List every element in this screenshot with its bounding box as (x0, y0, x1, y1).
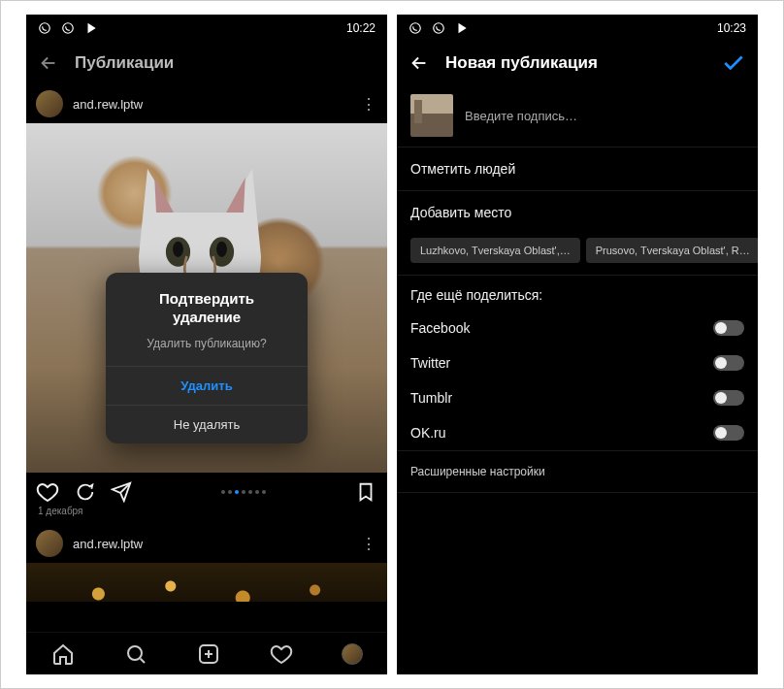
like-icon[interactable] (36, 480, 59, 504)
phone-left: 10:22 Публикации and.rew.lptw ⋮ (26, 15, 387, 674)
post-image[interactable] (26, 123, 387, 473)
viber-icon (61, 21, 75, 35)
back-button[interactable] (408, 52, 430, 74)
search-icon[interactable] (123, 641, 148, 667)
share-tumblr-row: Tumblr (397, 380, 758, 415)
post-image[interactable] (26, 563, 387, 602)
avatar[interactable] (36, 90, 63, 117)
caption-input[interactable]: Введите подпись… (465, 109, 577, 123)
share-label: Twitter (410, 355, 450, 371)
advanced-settings-row[interactable]: Расширенные настройки (397, 451, 758, 492)
play-store-icon (455, 21, 469, 35)
share-icon[interactable] (110, 480, 133, 504)
svg-point-5 (216, 241, 227, 256)
avatar[interactable] (36, 530, 63, 557)
share-label: Tumblr (410, 390, 452, 406)
username[interactable]: and.rew.lptw (73, 537, 143, 551)
tumblr-toggle[interactable] (713, 390, 744, 406)
bottom-nav (26, 632, 387, 674)
confirm-button[interactable] (721, 50, 746, 76)
post-thumbnail[interactable] (410, 94, 453, 137)
viber-icon (432, 21, 445, 35)
username[interactable]: and.rew.lptw (73, 97, 143, 112)
app-bar: Новая публикация (397, 42, 758, 84)
profile-tab[interactable] (342, 643, 363, 665)
svg-point-1 (63, 23, 74, 34)
place-chip[interactable]: Luzhkovo, Tverskaya Oblast',… (410, 238, 580, 263)
carousel-pager (147, 490, 341, 494)
facebook-toggle[interactable] (713, 320, 744, 336)
svg-point-9 (434, 23, 444, 34)
post-actions (26, 473, 387, 506)
share-facebook-row: Facebook (397, 311, 758, 345)
phone-right: 10:23 Новая публикация Введите подпись… … (397, 15, 758, 674)
caption-row[interactable]: Введите подпись… (397, 84, 758, 147)
more-options-icon[interactable]: ⋮ (361, 535, 377, 553)
svg-point-0 (40, 23, 50, 34)
add-place-row[interactable]: Добавить место (397, 191, 758, 234)
place-suggestions: Luzhkovo, Tverskaya Oblast',… Prusovo, T… (397, 234, 758, 275)
twitter-toggle[interactable] (713, 355, 744, 371)
svg-point-8 (410, 23, 421, 34)
back-button[interactable] (38, 52, 59, 74)
comment-icon[interactable] (73, 480, 96, 504)
activity-icon[interactable] (269, 641, 294, 667)
more-options-icon[interactable]: ⋮ (361, 95, 377, 114)
share-okru-row: OK.ru (397, 415, 758, 450)
post-date: 1 декабря (26, 506, 387, 524)
status-time: 10:22 (346, 21, 376, 35)
viber-icon (38, 21, 51, 35)
app-bar: Публикации (26, 42, 387, 84)
share-label: Facebook (410, 320, 470, 336)
post-header: and.rew.lptw ⋮ (26, 524, 387, 563)
new-post-icon[interactable] (196, 641, 221, 667)
status-bar: 10:23 (397, 15, 758, 42)
viber-icon (408, 21, 422, 35)
share-twitter-row: Twitter (397, 345, 758, 380)
page-title: Новая публикация (445, 53, 598, 73)
place-chip[interactable]: Prusovo, Tverskaya Oblast', R… (586, 238, 758, 263)
page-title: Публикации (75, 53, 174, 73)
bookmark-icon[interactable] (354, 480, 377, 504)
status-bar: 10:22 (26, 15, 387, 42)
post-header: and.rew.lptw ⋮ (26, 84, 387, 123)
share-section-label: Где ещё поделиться: (397, 276, 758, 311)
tag-people-row[interactable]: Отметить людей (397, 148, 758, 190)
status-time: 10:23 (717, 21, 746, 35)
svg-point-4 (173, 241, 183, 256)
share-label: OK.ru (410, 425, 446, 441)
svg-point-6 (128, 646, 142, 660)
home-icon[interactable] (50, 641, 76, 667)
play-store-icon (84, 21, 98, 35)
okru-toggle[interactable] (713, 425, 744, 441)
